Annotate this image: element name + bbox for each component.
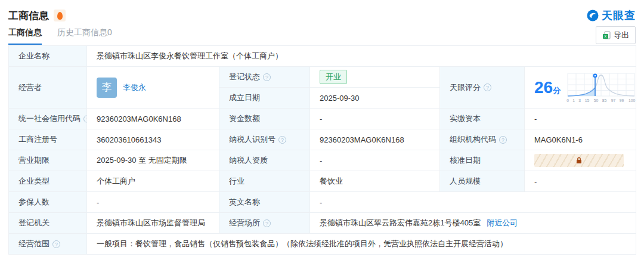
tab-history-business-info[interactable]: 历史工商信息0 [57, 27, 112, 45]
field-value-reg-authority: 景德镇市珠山区市场监督管理局 [87, 213, 219, 234]
field-label-score: 天眼评分 ? [440, 67, 525, 109]
table-row: 参保人数 - 英文名称 - [9, 192, 636, 213]
bell-curve-icon [566, 72, 636, 98]
field-label-text: 天眼评分 [450, 82, 481, 93]
tab-business-info[interactable]: 工商信息 [8, 27, 42, 45]
field-label-industry: 行业 [219, 171, 310, 192]
score-distribution-chart: 0131550859799100 [566, 72, 636, 103]
field-value-company-name: 景德镇市珠山区李俊永餐饮管理工作室（个体工商户） [87, 46, 636, 67]
field-label-company-name: 企业名称 [9, 46, 87, 67]
field-label-taxpayer-id: 纳税人识别号 ? [219, 129, 310, 150]
field-value-capital-amount: - [310, 109, 440, 129]
table-row: 企业名称 景德镇市珠山区李俊永餐饮管理工作室（个体工商户） [9, 46, 636, 67]
table-row: 登记机关 景德镇市珠山区市场监督管理局 经营场所 ? 景德镇市珠山区翠云路宏伟嘉… [9, 213, 636, 234]
section-header: 工商信息 天眼查 [0, 0, 644, 24]
help-icon[interactable]: ? [263, 73, 271, 81]
field-label-text: 登记状态 [229, 72, 260, 82]
field-value-score[interactable]: 26分 0131550859799100 [525, 67, 636, 109]
operator-name-link[interactable]: 李俊永 [123, 82, 146, 93]
field-label-reg-status: 登记状态 ? [219, 67, 310, 88]
field-value-reg-status: 开业 [310, 67, 440, 88]
locked-value-placeholder[interactable] [534, 154, 624, 167]
table-row: 统一社会信用代码 ? 92360203MAG0K6N168 资金数额 - 实缴资… [9, 109, 636, 129]
field-label-company-type: 企业类型 [9, 171, 87, 192]
field-label-business-scope: 经营范围 ? [9, 234, 87, 255]
operator-avatar[interactable]: 李 [97, 78, 117, 98]
export-button[interactable]: x 导出 [596, 26, 636, 44]
field-label-capital-amount: 资金数额 [219, 109, 310, 129]
help-icon[interactable]: ? [278, 136, 286, 144]
field-label-text: 纳税人识别号 [229, 134, 275, 145]
svg-text:x: x [604, 34, 606, 38]
field-value-english-name: - [310, 192, 636, 213]
help-icon[interactable]: ? [263, 219, 271, 227]
status-badge: 开业 [320, 70, 347, 84]
table-row: 经营者 李 李俊永 登记状态 ? 开业 天眼评分 ? 26分 [9, 67, 636, 88]
tianyancha-logo[interactable]: 天眼查 [587, 8, 636, 23]
page-title: 工商信息 [8, 9, 49, 23]
field-label-reg-authority: 登记机关 [9, 213, 87, 234]
score-unit: 分 [553, 86, 561, 95]
export-label: 导出 [614, 30, 629, 41]
help-icon[interactable]: ? [52, 240, 60, 248]
table-row: 经营范围 ? 一般项目：餐饮管理，食品销售（仅销售预包装食品）（除依法须经批准的… [9, 234, 636, 255]
brand-name: 天眼查 [602, 8, 636, 23]
help-icon[interactable]: ? [484, 83, 491, 91]
field-label-establish-date: 成立日期 [219, 88, 310, 109]
help-icon[interactable]: ? [83, 115, 87, 123]
field-label-paid-capital: 实缴资本 [440, 109, 525, 129]
table-row: 工商注册号 360203610661343 纳税人识别号 ? 92360203M… [9, 129, 636, 150]
field-value-industry: 餐饮业 [310, 171, 440, 192]
field-label-org-code: 组织机构代码 ? [440, 129, 525, 150]
field-label-credit-code: 统一社会信用代码 ? [9, 109, 87, 129]
field-value-business-premises: 景德镇市珠山区翠云路宏伟嘉苑2栋1号楼405室 附近公司 [310, 213, 636, 234]
field-value-business-term: 2025-09-30 至 无固定期限 [87, 150, 219, 171]
premises-address: 景德镇市珠山区翠云路宏伟嘉苑2栋1号楼405室 [320, 218, 481, 228]
field-label-approval-date: 核准日期 [440, 150, 525, 171]
field-value-approval-date [525, 150, 636, 171]
field-value-reg-number: 360203610661343 [87, 129, 219, 150]
field-value-staff-size: - [525, 171, 636, 192]
field-label-insured-count: 参保人数 [9, 192, 87, 213]
field-value-establish-date: 2025-09-30 [310, 88, 440, 109]
nearby-companies-link[interactable]: 附近公司 [487, 218, 518, 228]
field-value-credit-code: 92360203MAG0K6N168 [87, 109, 219, 129]
help-icon[interactable]: ? [499, 136, 507, 144]
field-value-taxpayer-qualification: - [310, 150, 440, 171]
field-label-reg-number: 工商注册号 [9, 129, 87, 150]
field-value-taxpayer-id: 92360203MAG0K6N168 [310, 129, 440, 150]
field-value-business-scope: 一般项目：餐饮管理，食品销售（仅销售预包装食品）（除依法须经批准的项目外，凭营业… [87, 234, 636, 255]
field-label-operator: 经营者 [9, 67, 87, 109]
field-label-text: 统一社会信用代码 [18, 113, 80, 124]
field-label-business-premises: 经营场所 ? [219, 213, 310, 234]
excel-icon: x [602, 31, 611, 39]
field-value-operator: 李 李俊永 [87, 67, 219, 109]
field-label-taxpayer-qualification: 纳税人资质 [219, 150, 310, 171]
field-label-business-term: 营业期限 [9, 150, 87, 171]
field-label-english-name: 英文名称 [219, 192, 310, 213]
license-seal-icon[interactable] [54, 10, 66, 21]
field-value-insured-count: - [87, 192, 219, 213]
field-label-staff-size: 人员规模 [440, 171, 525, 192]
tianyancha-logo-icon [587, 10, 599, 21]
field-label-text: 经营范围 [18, 239, 49, 249]
field-label-text: 组织机构代码 [450, 134, 496, 145]
field-value-paid-capital: - [525, 109, 636, 129]
score-axis-ticks: 0131550859799100 [566, 98, 636, 103]
lock-icon [575, 157, 583, 164]
score-number: 26 [534, 78, 553, 97]
field-value-org-code: MAG0K6N1-6 [525, 129, 636, 150]
table-row: 营业期限 2025-09-30 至 无固定期限 纳税人资质 - 核准日期 [9, 150, 636, 171]
field-label-text: 经营场所 [229, 218, 260, 228]
field-value-company-type: 个体工商户 [87, 171, 219, 192]
tab-bar: 工商信息 历史工商信息0 x 导出 [0, 24, 644, 45]
table-row: 企业类型 个体工商户 行业 餐饮业 人员规模 - [9, 171, 636, 192]
business-info-table: 企业名称 景德镇市珠山区李俊永餐饮管理工作室（个体工商户） 经营者 李 李俊永 … [8, 45, 636, 255]
